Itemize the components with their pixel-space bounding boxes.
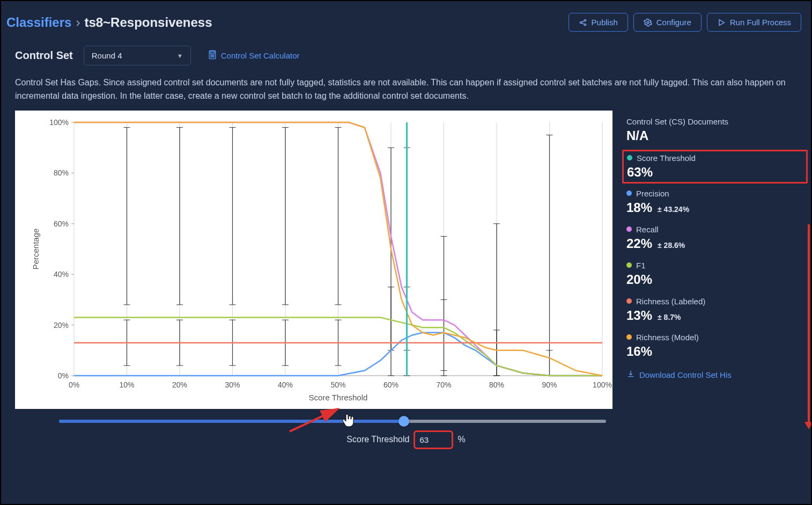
gap-warning-message: Control Set Has Gaps. Since assigned con… bbox=[1, 71, 811, 111]
control-set-calculator-link[interactable]: Control Set Calculator bbox=[208, 50, 300, 61]
richness-l-value: 13% bbox=[626, 308, 652, 323]
cs-docs-label: Control Set (CS) Documents bbox=[626, 117, 803, 126]
svg-line-113 bbox=[290, 409, 338, 431]
threshold-value: 63% bbox=[627, 165, 653, 180]
threshold-input-label: Score Threshold bbox=[346, 435, 409, 444]
cs-docs-value: N/A bbox=[626, 128, 648, 143]
share-icon bbox=[579, 18, 587, 27]
dot-icon bbox=[626, 226, 632, 232]
dot-icon bbox=[627, 155, 632, 160]
svg-line-3 bbox=[581, 20, 584, 22]
f1-value: 20% bbox=[626, 272, 652, 287]
recall-value: 22% bbox=[626, 236, 652, 251]
publish-button[interactable]: Publish bbox=[569, 13, 628, 32]
svg-point-5 bbox=[647, 21, 649, 24]
threshold-input[interactable] bbox=[415, 431, 452, 448]
svg-text:50%: 50% bbox=[330, 380, 345, 389]
recall-label: Recall bbox=[636, 225, 659, 234]
f1-label: F1 bbox=[636, 261, 646, 270]
svg-text:Score Threshold: Score Threshold bbox=[309, 393, 368, 402]
svg-text:80%: 80% bbox=[54, 169, 69, 177]
svg-point-11 bbox=[213, 55, 214, 55]
richness-l-label: Richness (Labeled) bbox=[636, 297, 705, 306]
svg-text:60%: 60% bbox=[383, 380, 398, 389]
dot-icon bbox=[626, 191, 632, 196]
annotation-arrow-icon bbox=[804, 422, 812, 429]
precision-value: 18% bbox=[626, 200, 652, 215]
download-history-link[interactable]: Download Control Set His bbox=[622, 365, 808, 384]
svg-text:100%: 100% bbox=[593, 380, 612, 389]
richness-model-stat: Richness (Model) 16% bbox=[622, 330, 808, 365]
svg-text:70%: 70% bbox=[436, 380, 451, 389]
svg-text:Percentage: Percentage bbox=[31, 228, 40, 269]
svg-text:0%: 0% bbox=[58, 371, 69, 380]
svg-rect-8 bbox=[210, 52, 215, 53]
slider-thumb[interactable] bbox=[398, 416, 409, 427]
annotation-line bbox=[808, 224, 810, 424]
download-label: Download Control Set His bbox=[639, 370, 732, 379]
f1-stat: F1 20% bbox=[622, 258, 808, 294]
svg-point-10 bbox=[212, 55, 212, 55]
svg-text:80%: 80% bbox=[489, 380, 504, 389]
recall-pm: ± 28.6% bbox=[658, 241, 685, 250]
round-select[interactable]: Round 4 ▼ bbox=[84, 46, 191, 65]
metrics-panel: Control Set (CS) Documents N/A Score Thr… bbox=[622, 111, 808, 409]
configure-label: Configure bbox=[656, 18, 691, 27]
richness-l-pm: ± 8.7% bbox=[658, 313, 681, 321]
precision-label: Precision bbox=[636, 189, 669, 198]
svg-text:90%: 90% bbox=[542, 380, 557, 389]
run-label: Run Full Process bbox=[730, 18, 791, 27]
round-select-value: Round 4 bbox=[92, 51, 122, 60]
svg-text:30%: 30% bbox=[225, 380, 240, 389]
breadcrumb-leaf: ts8~Responsiveness bbox=[84, 15, 212, 30]
run-button[interactable]: Run Full Process bbox=[707, 13, 801, 32]
svg-point-12 bbox=[211, 56, 211, 57]
precision-pm: ± 43.24% bbox=[658, 205, 689, 214]
svg-text:10%: 10% bbox=[119, 380, 134, 389]
svg-text:0%: 0% bbox=[69, 380, 79, 389]
svg-text:40%: 40% bbox=[278, 380, 293, 389]
configure-button[interactable]: Configure bbox=[633, 13, 702, 32]
breadcrumb-root[interactable]: Classifiers bbox=[6, 15, 71, 30]
richness-m-value: 16% bbox=[626, 344, 652, 359]
threshold-unit: % bbox=[457, 435, 465, 444]
score-threshold-highlight: Score Threshold 63% bbox=[622, 150, 808, 184]
precision-stat: Precision 18%± 43.24% bbox=[622, 186, 808, 222]
threshold-label: Score Threshold bbox=[637, 153, 696, 163]
dot-icon bbox=[626, 262, 632, 268]
publish-label: Publish bbox=[592, 18, 618, 27]
caret-down-icon: ▼ bbox=[177, 53, 183, 59]
breadcrumb: Classifiers › ts8~Responsiveness bbox=[6, 15, 212, 30]
gear-icon bbox=[644, 18, 652, 27]
download-icon bbox=[626, 370, 635, 380]
cs-docs-stat: Control Set (CS) Documents N/A bbox=[622, 114, 808, 150]
svg-text:60%: 60% bbox=[54, 219, 69, 228]
dot-icon bbox=[626, 298, 632, 304]
svg-text:20%: 20% bbox=[172, 380, 187, 389]
calculator-link-label: Control Set Calculator bbox=[221, 51, 300, 60]
svg-point-13 bbox=[212, 56, 212, 57]
control-set-label: Control Set bbox=[15, 49, 73, 62]
calculator-icon bbox=[208, 50, 217, 61]
svg-text:20%: 20% bbox=[54, 320, 69, 329]
svg-text:100%: 100% bbox=[49, 118, 69, 127]
play-icon bbox=[717, 18, 726, 27]
metrics-chart: 0%10%20%30%40%50%60%70%80%90%100%0%20%40… bbox=[15, 111, 612, 409]
dot-icon bbox=[626, 334, 632, 340]
svg-point-14 bbox=[213, 56, 214, 57]
svg-point-9 bbox=[211, 55, 211, 55]
svg-text:40%: 40% bbox=[54, 270, 69, 279]
chevron-right-icon: › bbox=[76, 15, 80, 30]
richness-labeled-stat: Richness (Labeled) 13%± 8.7% bbox=[622, 294, 808, 330]
svg-marker-6 bbox=[719, 19, 724, 25]
recall-stat: Recall 22%± 28.6% bbox=[622, 222, 808, 258]
richness-m-label: Richness (Model) bbox=[636, 333, 699, 342]
annotation-arrow-icon bbox=[287, 405, 351, 437]
svg-line-4 bbox=[581, 23, 584, 24]
